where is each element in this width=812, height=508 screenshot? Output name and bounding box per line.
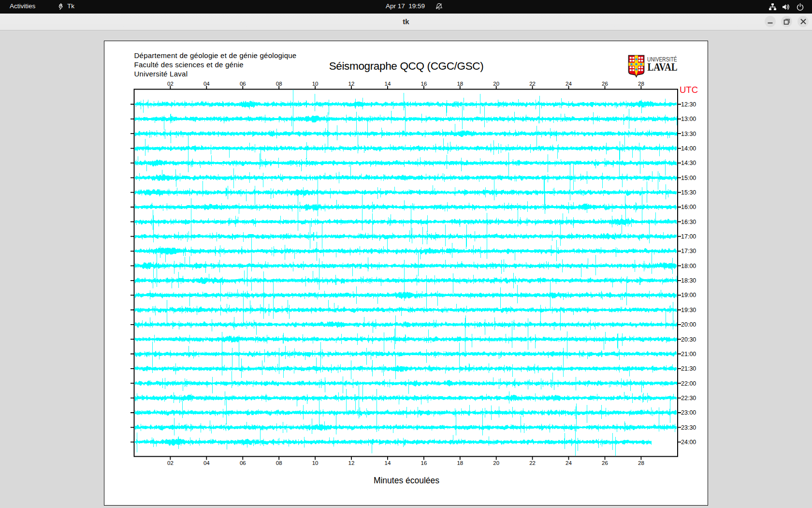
svg-text:10: 10 [312,81,319,87]
svg-text:06: 06 [240,460,246,466]
svg-text:14:00: 14:00 [681,145,696,152]
svg-text:15:00: 15:00 [681,175,696,181]
svg-text:14: 14 [385,81,391,87]
svg-text:Séismographe QCQ (CGC/GSC): Séismographe QCQ (CGC/GSC) [329,60,484,72]
svg-text:08: 08 [276,460,282,466]
svg-text:UTC: UTC [680,85,698,95]
svg-text:06: 06 [240,81,246,87]
svg-text:28: 28 [638,81,644,87]
svg-text:24: 24 [566,460,572,466]
svg-text:16: 16 [421,460,427,466]
svg-text:23:30: 23:30 [681,424,696,431]
svg-text:Faculté des sciences et de gén: Faculté des sciences et de génie [134,60,244,69]
svg-text:26: 26 [602,460,608,466]
svg-text:Département de géologie et de: Département de géologie et de génie géol… [134,51,297,60]
svg-text:02: 02 [167,81,174,87]
svg-text:20:00: 20:00 [681,321,696,328]
svg-text:19:00: 19:00 [681,292,696,299]
svg-text:LAVAL: LAVAL [648,60,678,73]
svg-text:16:00: 16:00 [681,204,696,210]
svg-text:15:30: 15:30 [681,189,696,196]
svg-text:12: 12 [348,81,355,87]
svg-text:16: 16 [421,81,427,87]
svg-text:04: 04 [203,81,210,87]
svg-text:22:30: 22:30 [681,395,696,402]
svg-text:16:30: 16:30 [681,219,696,225]
svg-text:23:00: 23:00 [681,409,696,416]
svg-text:08: 08 [276,81,282,87]
svg-text:Minutes écoulées: Minutes écoulées [374,476,439,485]
svg-text:13:00: 13:00 [681,116,696,122]
svg-text:18:00: 18:00 [681,263,696,269]
svg-text:Université Laval: Université Laval [134,70,188,78]
svg-text:18:30: 18:30 [681,277,696,284]
svg-text:24:00: 24:00 [681,439,696,446]
svg-text:20: 20 [493,460,499,466]
svg-text:20:30: 20:30 [681,336,696,343]
svg-text:21:00: 21:00 [681,351,696,358]
svg-text:19:30: 19:30 [681,307,696,314]
svg-text:24: 24 [566,81,572,87]
svg-text:10: 10 [312,460,319,466]
svg-text:22: 22 [529,81,536,87]
svg-text:28: 28 [638,460,644,466]
svg-text:12:30: 12:30 [681,101,696,108]
svg-text:18: 18 [457,460,463,466]
svg-text:14:30: 14:30 [681,160,696,166]
svg-text:26: 26 [602,81,608,87]
svg-text:04: 04 [203,460,210,466]
svg-text:02: 02 [167,460,174,466]
svg-text:22:00: 22:00 [681,380,696,387]
svg-text:17:30: 17:30 [681,248,696,254]
svg-text:18: 18 [457,81,463,87]
svg-text:14: 14 [385,460,391,466]
svg-text:20: 20 [493,81,499,87]
svg-text:17:00: 17:00 [681,233,696,240]
svg-text:22: 22 [529,460,536,466]
svg-text:21:30: 21:30 [681,365,696,372]
svg-text:12: 12 [348,460,355,466]
svg-text:13:30: 13:30 [681,131,696,137]
